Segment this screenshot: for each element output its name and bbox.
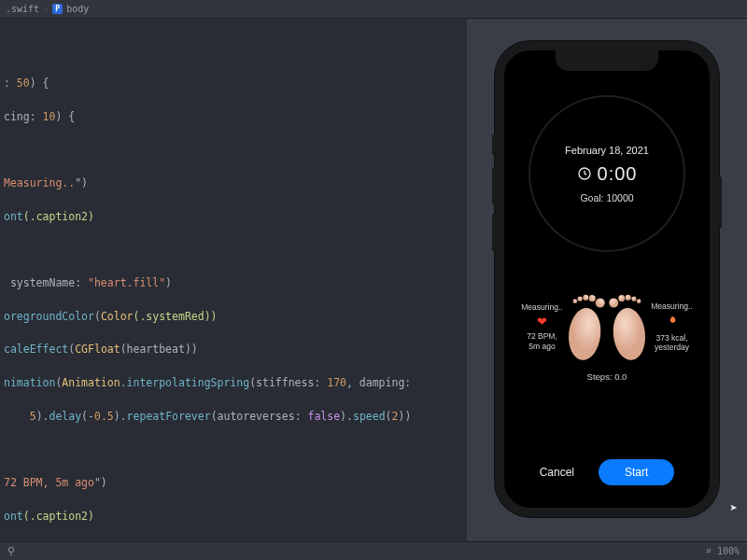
zoom-level[interactable]: 100% [717,546,740,556]
kcal-value: 373 kcal,yesterday [655,333,689,352]
main-split: : 50) { cing: 10) { Measuring..") ont(.c… [0,19,747,541]
pin-icon[interactable]: ⚲ [7,545,15,557]
svg-point-7 [611,306,648,361]
progress-ring: February 18, 2021 0:00 Goal: 10000 [529,95,685,252]
svg-point-2 [595,298,605,308]
svg-point-6 [572,299,577,303]
svg-point-4 [583,295,589,301]
heart-icon: ❤ [537,315,547,329]
goal-label: Goal: 10000 [580,192,633,203]
code-editor[interactable]: : 50) { cing: 10) { Measuring..") ont(.c… [0,19,467,541]
device-side-button [719,176,722,228]
breadcrumb-separator: › [43,4,49,14]
calories-metric: Measuring.. 373 kcal,yesterday [649,301,695,352]
property-icon: P [52,4,63,14]
svg-point-8 [609,298,619,308]
device-side-button [492,214,495,251]
zoom-icon[interactable]: ⌕ [705,545,712,557]
metrics-row: Measuring.. ❤ 72 BPM,5m ago [504,289,710,364]
cursor-icon: ➤ [730,500,738,515]
svg-point-3 [588,295,596,302]
status-bar: ⚲ ⌕ 100% [0,541,747,560]
cancel-button[interactable]: Cancel [540,466,574,479]
breadcrumb-file[interactable]: .swift [6,4,39,14]
app-screen: February 18, 2021 0:00 Goal: 10000 Measu… [504,50,710,508]
breadcrumb-bar: .swift › P body [0,0,747,19]
device-frame: February 18, 2021 0:00 Goal: 10000 Measu… [495,41,719,517]
breadcrumb-symbol[interactable]: body [66,4,89,14]
heart-metric: Measuring.. ❤ 72 BPM,5m ago [519,302,565,350]
device-side-button [492,134,495,155]
svg-point-9 [618,295,626,302]
svg-point-1 [566,306,603,361]
timer-value: 0:00 [577,163,638,185]
feet-illustration [565,289,649,364]
bpm-value: 72 BPM,5m ago [527,331,557,350]
flame-icon [666,314,678,330]
svg-point-10 [625,295,631,301]
preview-canvas[interactable]: February 18, 2021 0:00 Goal: 10000 Measu… [467,19,747,541]
measuring-label: Measuring.. [651,301,692,311]
measuring-label: Measuring.. [521,302,562,312]
svg-point-12 [637,299,641,303]
button-row: Cancel Start [504,459,710,485]
steps-label: Steps: 0.0 [587,371,627,382]
clock-icon [577,166,592,181]
svg-point-5 [577,296,583,301]
start-button[interactable]: Start [599,459,674,485]
device-side-button [492,167,495,204]
foot-right-icon [604,287,653,366]
svg-point-11 [631,296,637,301]
date-label: February 18, 2021 [565,145,649,156]
foot-left-icon [561,287,610,366]
